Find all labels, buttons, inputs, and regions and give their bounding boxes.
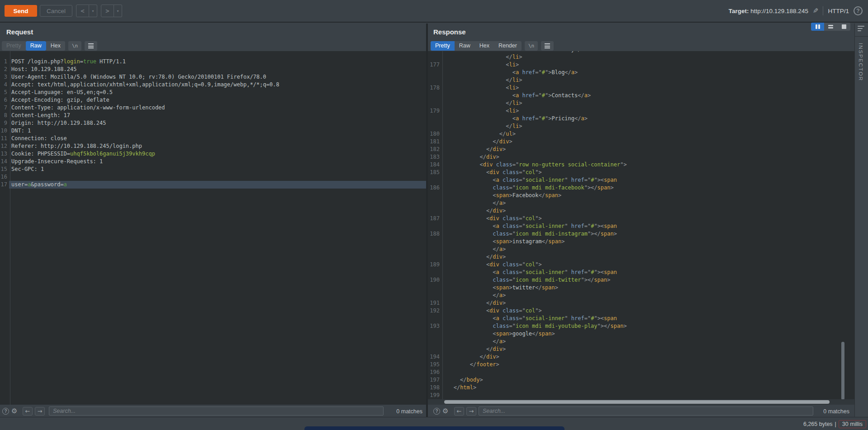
code-line[interactable]: </li> <box>427 76 854 84</box>
code-line[interactable]: </li> <box>427 99 854 107</box>
code-line-selected[interactable]: 17user=a&password=a <box>0 181 426 189</box>
code-line[interactable]: 180</ul> <box>427 130 854 138</box>
response-editor[interactable]: <a href="#">Gallery</a></li>177<li><a hr… <box>427 51 854 405</box>
code-line[interactable]: 179<li> <box>427 107 854 115</box>
code-line[interactable]: 186class="icon mdi mdi-facebook"></span> <box>427 184 854 192</box>
code-line[interactable]: 3User-Agent: Mozilla/5.0 (Windows NT 10.… <box>0 73 426 81</box>
code-line[interactable]: <span>instagram</span> <box>427 238 854 246</box>
edit-target-icon[interactable]: ✎ <box>813 7 819 15</box>
response-search-next-button[interactable]: → <box>466 407 476 416</box>
code-line[interactable]: </a> <box>427 292 854 299</box>
code-line[interactable]: 192<div class="col"> <box>427 307 854 315</box>
code-line[interactable]: 181</div> <box>427 138 854 146</box>
response-newline-toggle[interactable]: \n <box>525 41 538 51</box>
code-line[interactable]: 195</footer> <box>427 361 854 369</box>
request-newline-toggle[interactable]: \n <box>68 41 81 51</box>
inspector-menu-icon[interactable] <box>858 26 864 31</box>
send-button[interactable]: Send <box>5 5 37 17</box>
code-line[interactable]: 185<div class="col"> <box>427 169 854 176</box>
request-search-help-icon[interactable]: ? <box>2 408 9 415</box>
code-line[interactable]: 15Sec-GPC: 1 <box>0 165 426 173</box>
response-horizontal-scrollbar-track[interactable] <box>428 399 854 405</box>
request-editor[interactable]: 1POST /login.php?login=true HTTP/1.12Hos… <box>0 51 426 405</box>
code-line[interactable]: 199 <box>427 392 854 399</box>
http-version-label[interactable]: HTTP/1 <box>828 8 849 14</box>
code-line[interactable]: 178<li> <box>427 84 854 92</box>
code-line[interactable]: 191</div> <box>427 299 854 307</box>
code-line[interactable]: 7Content-Type: application/x-www-form-ur… <box>0 104 426 112</box>
code-line[interactable]: 13Cookie: PHPSESSID=uhqf5kbol6ganui5j39v… <box>0 150 426 158</box>
inspector-tab[interactable]: INSPECTOR <box>858 43 863 81</box>
code-line[interactable]: 182</div> <box>427 146 854 153</box>
response-search-input[interactable] <box>479 406 813 416</box>
request-search-settings-icon[interactable]: ⚙ <box>11 407 17 415</box>
history-back-button[interactable]: < <box>76 5 89 17</box>
response-vertical-scrollbar[interactable] <box>841 342 844 400</box>
history-forward-button[interactable]: > <box>101 5 114 17</box>
code-line[interactable]: 189<div class="col"> <box>427 261 854 269</box>
history-forward-dropdown[interactable]: ▾ <box>114 5 122 17</box>
history-back-dropdown[interactable]: ▾ <box>89 5 97 17</box>
code-line[interactable]: </div> <box>427 253 854 261</box>
code-line[interactable]: 2Host: 10.129.188.245 <box>0 66 426 73</box>
code-line[interactable]: <span>twitter</span> <box>427 284 854 292</box>
code-line[interactable]: </li> <box>427 123 854 130</box>
code-line[interactable]: </a> <box>427 199 854 207</box>
code-line[interactable]: 5Accept-Language: en-US,en;q=0.5 <box>0 89 426 96</box>
response-search-prev-button[interactable]: ← <box>454 407 464 416</box>
code-line[interactable]: </a> <box>427 338 854 345</box>
code-line[interactable]: <a href="#">Contacts</a> <box>427 92 854 99</box>
code-line[interactable]: 8Content-Length: 17 <box>0 112 426 119</box>
request-editor-menu-button[interactable] <box>85 41 97 51</box>
layout-single-button[interactable] <box>837 23 850 31</box>
code-line[interactable]: 194</div> <box>427 353 854 361</box>
code-line[interactable]: 177<li> <box>427 61 854 69</box>
request-search-next-button[interactable]: → <box>35 407 45 416</box>
code-line[interactable]: <a class="social-inner" href="#"><span <box>427 315 854 322</box>
help-icon[interactable]: ? <box>854 6 863 15</box>
layout-columns-button[interactable] <box>811 23 824 31</box>
request-tab-hex[interactable]: Hex <box>46 41 65 51</box>
code-line[interactable]: 184<div class="row no-gutters social-con… <box>427 161 854 169</box>
code-line[interactable]: 197</body> <box>427 376 854 384</box>
response-tab-render[interactable]: Render <box>494 41 522 51</box>
cancel-button[interactable]: Cancel <box>40 5 72 17</box>
code-line[interactable]: 6Accept-Encoding: gzip, deflate <box>0 96 426 104</box>
request-tab-pretty[interactable]: Pretty <box>2 41 26 51</box>
code-line[interactable]: </li> <box>427 53 854 61</box>
code-line[interactable]: <a href="#">Blog</a> <box>427 69 854 76</box>
code-line[interactable]: 11Connection: close <box>0 135 426 142</box>
code-line[interactable]: </div> <box>427 207 854 215</box>
code-line[interactable]: <a class="social-inner" href="#"><span <box>427 222 854 230</box>
response-tab-hex[interactable]: Hex <box>475 41 494 51</box>
response-tab-pretty[interactable]: Pretty <box>431 41 455 51</box>
request-search-input[interactable] <box>49 406 384 416</box>
request-search-prev-button[interactable]: ← <box>23 407 33 416</box>
response-editor-menu-button[interactable] <box>541 41 554 51</box>
code-line[interactable]: 193class="icon mdi mdi-youtube-play"></s… <box>427 322 854 330</box>
code-line[interactable]: 196 <box>427 369 854 376</box>
code-line[interactable]: 12Referer: http://10.129.188.245/login.p… <box>0 142 426 150</box>
request-tab-raw[interactable]: Raw <box>26 41 46 51</box>
code-line[interactable]: <a class="social-inner" href="#"><span <box>427 176 854 184</box>
layout-rows-button[interactable] <box>824 23 837 31</box>
code-line[interactable]: <span>google</span> <box>427 330 854 338</box>
code-line[interactable]: <span>Facebook</span> <box>427 192 854 199</box>
code-line[interactable]: 190class="icon mdi mdi-twitter"></span> <box>427 276 854 284</box>
code-line[interactable]: 4Accept: text/html,application/xhtml+xml… <box>0 81 426 89</box>
code-line[interactable]: 1POST /login.php?login=true HTTP/1.1 <box>0 58 426 66</box>
code-line[interactable]: 16 <box>0 173 426 181</box>
code-line[interactable]: </div> <box>427 345 854 353</box>
code-line[interactable]: <a href="#">Pricing</a> <box>427 115 854 123</box>
response-horizontal-scrollbar-thumb[interactable] <box>444 400 830 404</box>
code-line[interactable]: 14Upgrade-Insecure-Requests: 1 <box>0 158 426 165</box>
response-search-help-icon[interactable]: ? <box>433 408 440 415</box>
code-line[interactable]: <a class="social-inner" href="#"><span <box>427 269 854 276</box>
panel-divider[interactable] <box>426 24 428 417</box>
code-line[interactable]: 10DNT: 1 <box>0 127 426 135</box>
response-search-settings-icon[interactable]: ⚙ <box>442 407 448 415</box>
code-line[interactable]: 188class="icon mdi mdi-instagram"></span… <box>427 230 854 238</box>
code-line[interactable]: </a> <box>427 246 854 253</box>
code-line[interactable]: 198</html> <box>427 384 854 392</box>
code-line[interactable]: 183</div> <box>427 153 854 161</box>
